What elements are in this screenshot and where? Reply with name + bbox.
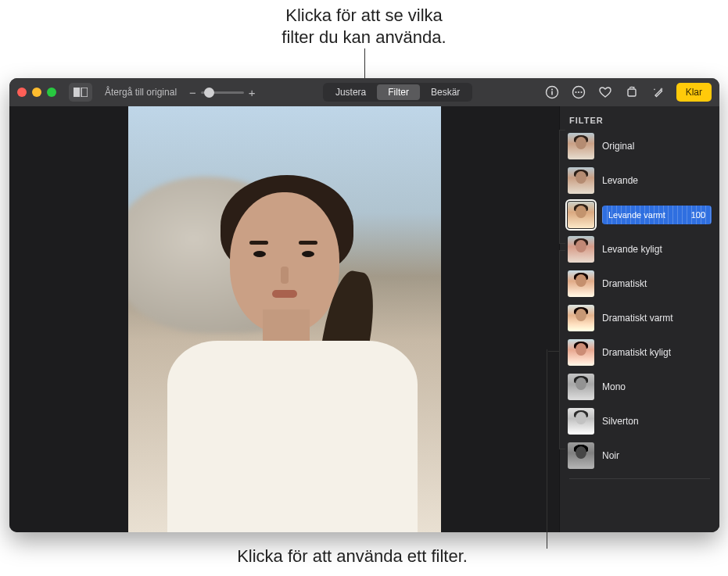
callout-filter-list: Klicka för att använda ett filter.: [0, 546, 728, 567]
filter-item-noir[interactable]: Noir: [566, 441, 713, 470]
close-window-button[interactable]: [17, 88, 27, 97]
callout-text-line2: filter du kan använda.: [282, 27, 446, 48]
zoom-in-button[interactable]: +: [249, 86, 256, 99]
window-controls: [17, 88, 56, 97]
filter-item-silverton[interactable]: Silverton: [566, 406, 713, 436]
tab-filter[interactable]: Filter: [377, 84, 420, 100]
tab-adjust-label: Justera: [335, 87, 366, 98]
filter-item-dramatiskt-kyligt[interactable]: Dramatiskt kyligt: [566, 338, 713, 367]
revert-label: Återgå till original: [105, 87, 177, 98]
right-toolbar-group: Klar: [540, 82, 712, 102]
edit-mode-segmented-control: Justera Filter Beskär: [323, 83, 472, 102]
tab-adjust[interactable]: Justera: [325, 84, 377, 100]
filter-label: Noir: [602, 450, 712, 461]
tab-crop-label: Beskär: [431, 87, 460, 98]
revert-to-original-button[interactable]: Återgå till original: [97, 83, 185, 102]
zoom-control: − +: [189, 86, 256, 99]
filter-label: Dramatiskt varmt: [602, 313, 712, 324]
svg-rect-9: [628, 89, 636, 96]
sidebar-title: FILTER: [569, 116, 710, 125]
rotate-icon[interactable]: [620, 82, 644, 102]
filter-thumb: [568, 408, 594, 435]
filter-item-levande-kyligt[interactable]: Levande kyligt: [566, 234, 713, 264]
info-icon[interactable]: [540, 82, 564, 102]
filter-thumb: [568, 442, 594, 469]
svg-point-8: [580, 91, 582, 93]
filter-sidebar: FILTER Original Levande Levande varmt 10…: [559, 106, 719, 532]
callout-text-line1: Klicka för att se vilka: [282, 5, 446, 27]
callout-text: Klicka för att använda ett filter.: [237, 546, 468, 566]
filter-label: Silverton: [602, 416, 712, 427]
filter-label: Levande varmt: [608, 210, 691, 220]
done-button[interactable]: Klar: [676, 83, 712, 102]
compare-view-toggle[interactable]: [69, 83, 92, 102]
svg-point-3: [551, 89, 553, 91]
zoom-slider[interactable]: [201, 91, 244, 94]
filter-thumb: [568, 339, 594, 366]
tab-filter-label: Filter: [388, 87, 409, 98]
photos-edit-window: Återgå till original − + Justera Filter …: [9, 78, 719, 532]
filter-item-original[interactable]: Original: [566, 131, 713, 161]
filter-label: Dramatiskt: [602, 278, 712, 289]
filter-thumb: [568, 133, 594, 159]
filter-thumb: [568, 374, 594, 400]
fullscreen-window-button[interactable]: [47, 88, 56, 97]
svg-point-6: [575, 91, 576, 93]
zoom-slider-thumb[interactable]: [204, 88, 214, 98]
filter-intensity-slider[interactable]: Levande varmt 100: [602, 206, 712, 224]
filter-intensity-value: 100: [691, 210, 705, 220]
filter-list: Original Levande Levande varmt 100: [566, 131, 713, 470]
minimize-window-button[interactable]: [32, 88, 41, 97]
filter-item-levande[interactable]: Levande: [566, 166, 713, 195]
photo-preview[interactable]: [128, 106, 441, 532]
favorite-icon[interactable]: [594, 82, 617, 102]
filter-label: Levande: [602, 175, 712, 186]
filter-thumb: [568, 202, 594, 228]
svg-rect-4: [551, 91, 553, 95]
filter-label: Original: [602, 141, 712, 152]
canvas-area: [9, 106, 559, 532]
svg-rect-0: [74, 88, 80, 97]
more-icon[interactable]: [567, 82, 590, 102]
filter-thumb: [568, 236, 594, 263]
filter-item-mono[interactable]: Mono: [566, 372, 713, 402]
svg-rect-1: [81, 88, 88, 97]
filter-label: Mono: [602, 381, 712, 392]
svg-point-7: [578, 91, 579, 93]
filter-item-dramatiskt[interactable]: Dramatiskt: [566, 269, 713, 299]
callout-pointer: [364, 48, 365, 78]
callout-bracket: [559, 130, 565, 244]
callout-filter-tab: Klicka för att se vilka filter du kan an…: [0, 5, 728, 48]
filter-thumb: [568, 167, 594, 194]
done-label: Klar: [686, 87, 702, 98]
filter-item-levande-varmt[interactable]: Levande varmt 100: [566, 200, 713, 230]
auto-enhance-icon[interactable]: [647, 82, 670, 102]
zoom-out-button[interactable]: −: [189, 86, 196, 99]
filter-thumb: [568, 305, 594, 331]
toolbar: Återgå till original − + Justera Filter …: [9, 78, 719, 106]
filter-item-dramatiskt-varmt[interactable]: Dramatiskt varmt: [566, 303, 713, 333]
filter-label: Dramatiskt kyligt: [602, 347, 712, 358]
callout-pointer: [547, 349, 547, 549]
filter-thumb: [568, 270, 594, 297]
tab-crop[interactable]: Beskär: [420, 84, 471, 100]
callout-bracket: [559, 250, 565, 449]
sidebar-separator: [569, 478, 710, 479]
filter-label: Levande kyligt: [602, 244, 712, 255]
content-area: FILTER Original Levande Levande varmt 10…: [9, 106, 719, 532]
